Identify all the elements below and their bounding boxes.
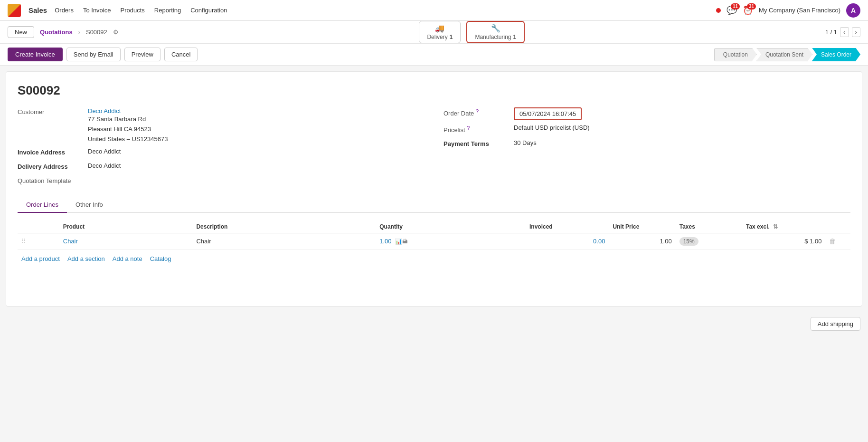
drag-handle-icon[interactable]: ⠿ [21,238,26,245]
manufacturing-label: Manufacturing 1 [475,34,516,40]
nav-products[interactable]: Products [120,5,144,16]
customer-address-line2: Pleasant Hill CA 94523 [88,125,168,135]
form-tabs: Order Lines Other Info [18,197,850,213]
add-shipping-button[interactable]: Add shipping [811,317,860,331]
invoice-address-value: Deco Addict [88,148,121,155]
order-date-value-box[interactable]: 05/07/2024 16:07:45 [514,107,582,120]
nav-to-invoice[interactable]: To Invoice [83,5,111,16]
status-dot [716,8,721,13]
send-by-email-button[interactable]: Send by Email [66,48,121,61]
nav-menu: Orders To Invoice Products Reporting Con… [55,5,708,16]
col-qty-header: Quantity [376,221,526,233]
invoice-address-label: Invoice Address [18,148,84,156]
customer-row: Customer Deco Addict 77 Santa Barbara Rd… [18,107,425,144]
breadcrumb-record: S00092 [86,29,107,36]
tax-excl-amount: $ 1.00 [804,238,821,245]
catalog-link[interactable]: Catalog [150,255,171,262]
clock-count: 31 [747,3,756,10]
tab-order-lines[interactable]: Order Lines [18,197,67,213]
add-note-link[interactable]: Add a note [113,255,142,262]
breadcrumb-bar: New Quotations › S00092 ⚙ 🚚 Delivery 1 🔧… [0,21,868,44]
order-number: S00092 [18,83,850,98]
footer-bar: Add shipping [0,312,868,336]
delivery-smart-button[interactable]: 🚚 Delivery 1 [419,21,461,43]
status-quotation: Quotation [714,48,757,61]
delivery-address-value: Deco Addict [88,162,121,169]
order-date-help[interactable]: ? [476,108,479,114]
manufacturing-smart-button[interactable]: 🔧 Manufacturing 1 [466,21,525,43]
pagination-prev[interactable]: ‹ [840,27,849,37]
pagination-area: 1 / 1 ‹ › [825,27,860,37]
col-unitprice-header: Unit Price [609,221,675,233]
nav-configuration[interactable]: Configuration [190,5,227,16]
add-product-link[interactable]: Add a product [21,255,60,262]
settings-icon[interactable]: ⚙ [113,29,119,36]
company-name: My Company (San Francisco) [759,7,840,14]
status-pipeline: Quotation Quotation Sent Sales Order [714,48,860,61]
order-lines-table: Product Description Quantity Invoiced Un… [18,221,850,250]
unit-price[interactable]: 1.00 [660,238,671,245]
tab-other-info[interactable]: Other Info [67,197,112,213]
status-quotation-sent: Quotation Sent [756,48,812,61]
new-button[interactable]: New [8,26,34,38]
pricelist-label: Pricelist ? [443,124,510,134]
col-desc-header: Description [192,221,376,233]
customer-address-line3: United States – US12345673 [88,135,168,144]
add-section-link[interactable]: Add a section [67,255,105,262]
sort-icon[interactable]: ⇅ [773,223,778,230]
quotation-template-label: Quotation Template [18,176,84,184]
customer-label: Customer [18,107,84,115]
nav-orders[interactable]: Orders [55,5,74,16]
tax-badge[interactable]: 15% [679,237,698,246]
payment-terms-row: Payment Terms 30 Days [443,139,850,151]
breadcrumb-separator: › [78,29,80,36]
customer-name[interactable]: Deco Addict [88,107,168,115]
preview-button[interactable]: Preview [124,48,160,61]
app-logo [8,4,21,17]
order-form-grid: Customer Deco Addict 77 Santa Barbara Rd… [18,107,850,188]
pricelist-help[interactable]: ? [467,125,470,131]
breadcrumb-parent[interactable]: Quotations [40,29,73,36]
top-navigation: Sales Orders To Invoice Products Reporti… [0,0,868,21]
pricelist-value: Default USD pricelist (USD) [514,124,590,131]
table-row: ⠿ Chair Chair 1.00 📊🏔 0.00 1.00 [18,233,850,250]
smart-buttons-area: 🚚 Delivery 1 🔧 Manufacturing 1 [124,21,820,43]
col-taxexcl-header: Tax excl. ⇅ [742,221,825,233]
product-name[interactable]: Chair [63,238,78,245]
topnav-right: 💬 11 ⏰ 31 My Company (San Francisco) A [716,3,860,18]
manufacturing-icon: 🔧 [491,24,500,33]
action-bar: Create Invoice Send by Email Preview Can… [0,44,868,66]
delete-row-icon[interactable]: 🗑 [829,237,836,245]
user-avatar[interactable]: A [846,3,860,18]
nav-reporting[interactable]: Reporting [154,5,181,16]
order-date-row: Order Date ? 05/07/2024 16:07:45 [443,107,850,120]
product-description: Chair [196,238,211,245]
delivery-address-row: Delivery Address Deco Addict [18,162,425,173]
product-quantity[interactable]: 1.00 [379,238,391,245]
empty-space [18,266,850,295]
col-delete-header [825,221,850,233]
order-date-value: 05/07/2024 16:07:45 [519,110,576,117]
main-form: S00092 Customer Deco Addict 77 Santa Bar… [6,71,862,307]
col-taxes-header: Taxes [676,221,742,233]
invoice-address-row: Invoice Address Deco Addict [18,148,425,159]
cancel-button[interactable]: Cancel [164,48,198,61]
delivery-icon: 🚚 [435,24,444,33]
order-date-label: Order Date ? [443,107,510,117]
payment-terms-value: 30 Days [514,139,537,146]
messages-count: 11 [731,3,740,10]
col-invoiced-header: Invoiced [526,221,609,233]
status-sales-order: Sales Order [812,48,860,61]
add-row-links: Add a product Add a section Add a note C… [18,251,850,266]
pagination-text: 1 / 1 [825,29,837,36]
create-invoice-button[interactable]: Create Invoice [8,48,63,61]
customer-address-line1: 77 Santa Barbara Rd [88,115,168,125]
col-handle-header [18,221,59,233]
pagination-next[interactable]: › [852,27,860,37]
forecast-icons: 📊🏔 [395,238,408,245]
clock-badge[interactable]: ⏰ 31 [743,5,753,16]
delivery-label: Delivery 1 [427,34,453,40]
app-name: Sales [28,6,47,14]
payment-terms-label: Payment Terms [443,139,510,147]
messages-badge[interactable]: 💬 11 [726,5,737,16]
